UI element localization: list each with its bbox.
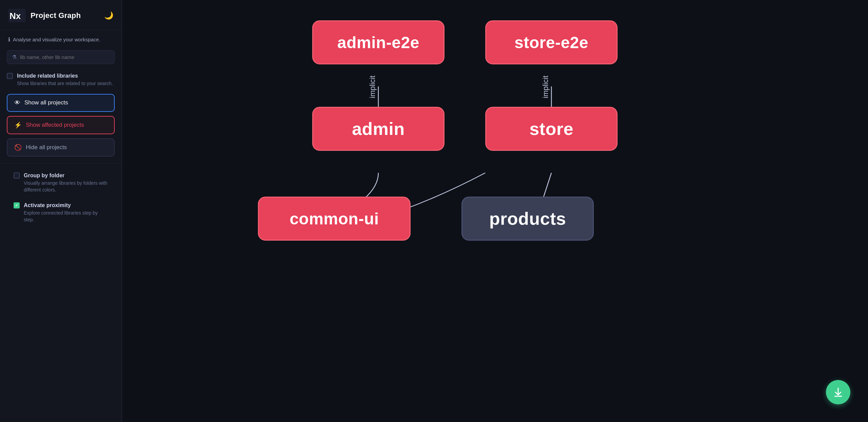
show-affected-projects-button[interactable]: ⚡ Show affected projects bbox=[7, 116, 115, 134]
activate-proximity-desc: Explore connected libraries step by step… bbox=[24, 210, 108, 223]
node-label-admin: admin bbox=[352, 119, 405, 139]
edge-label-implicit-2: implicit bbox=[541, 76, 550, 98]
sidebar-info: ℹ Analyse and visualize your workspace. bbox=[0, 30, 121, 47]
include-related-label: Include related libraries bbox=[17, 72, 113, 80]
node-store-e2e[interactable]: store-e2e bbox=[485, 20, 618, 64]
moon-icon[interactable]: 🌙 bbox=[104, 11, 113, 20]
info-icon: ℹ bbox=[8, 36, 10, 43]
include-related-desc: Show libraries that are related to your … bbox=[17, 80, 113, 87]
node-admin-e2e[interactable]: admin-e2e bbox=[312, 20, 445, 64]
main-graph: implicit implicit admin-e2e store-e2e ad… bbox=[122, 0, 868, 422]
node-label-admin-e2e: admin-e2e bbox=[337, 33, 419, 52]
node-common-ui[interactable]: common-ui bbox=[258, 197, 411, 241]
include-related-checkbox[interactable] bbox=[7, 73, 13, 79]
search-area: ⚗ bbox=[0, 47, 121, 69]
svg-text:Nx: Nx bbox=[10, 11, 21, 21]
divider-1 bbox=[0, 163, 121, 164]
lightning-icon: ⚡ bbox=[14, 121, 22, 129]
download-button[interactable] bbox=[826, 380, 850, 404]
sidebar: Nx Project Graph 🌙 ℹ Analyse and visuali… bbox=[0, 0, 122, 422]
activate-proximity-checkbox[interactable]: ✓ bbox=[14, 202, 20, 208]
group-by-folder-label: Group by folder bbox=[24, 172, 108, 179]
activate-proximity-row: ✓ Activate proximity Explore connected l… bbox=[7, 199, 115, 229]
group-by-folder-desc: Visually arrange libraries by folders wi… bbox=[24, 180, 108, 193]
sidebar-header: Nx Project Graph 🌙 bbox=[0, 0, 121, 30]
show-all-label: Show all projects bbox=[24, 99, 68, 106]
hide-all-projects-button[interactable]: 🚫 Hide all projects bbox=[7, 138, 115, 157]
group-by-folder-checkbox[interactable] bbox=[14, 173, 20, 179]
eye-slash-icon: 🚫 bbox=[14, 144, 22, 151]
node-store[interactable]: store bbox=[485, 107, 618, 151]
app-title: Project Graph bbox=[31, 11, 81, 20]
search-box[interactable]: ⚗ bbox=[7, 50, 115, 64]
sidebar-bottom: Group by folder Visually arrange librari… bbox=[0, 169, 121, 228]
filter-icon: ⚗ bbox=[12, 54, 17, 60]
hide-all-label: Hide all projects bbox=[26, 144, 67, 151]
node-label-products: products bbox=[489, 208, 566, 229]
info-text: Analyse and visualize your workspace. bbox=[13, 37, 100, 42]
group-by-folder-row: Group by folder Visually arrange librari… bbox=[7, 169, 115, 199]
node-label-common-ui: common-ui bbox=[289, 209, 379, 228]
search-input[interactable] bbox=[20, 54, 110, 60]
include-related-row: Include related libraries Show libraries… bbox=[0, 69, 121, 93]
edge-label-implicit-1: implicit bbox=[368, 76, 377, 98]
nx-logo-icon: Nx bbox=[8, 9, 26, 22]
show-all-projects-button[interactable]: 👁 Show all projects bbox=[7, 94, 115, 112]
node-admin[interactable]: admin bbox=[312, 107, 445, 151]
node-label-store: store bbox=[529, 119, 573, 139]
activate-proximity-label: Activate proximity bbox=[24, 202, 108, 209]
action-buttons: 👁 Show all projects ⚡ Show affected proj… bbox=[0, 93, 121, 158]
eye-icon: 👁 bbox=[14, 99, 20, 106]
node-label-store-e2e: store-e2e bbox=[514, 33, 588, 52]
show-affected-label: Show affected projects bbox=[26, 122, 84, 128]
node-products[interactable]: products bbox=[461, 197, 594, 241]
download-icon bbox=[833, 387, 844, 398]
